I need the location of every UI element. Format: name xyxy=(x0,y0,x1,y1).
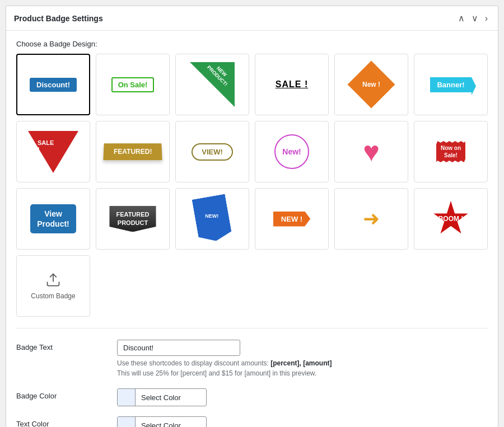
badge-featured-ribbon-label: FEATURED! xyxy=(103,143,162,160)
badge-featured-product[interactable]: FEATUREDPRODUCT xyxy=(96,188,170,250)
badge-color-select-label: Select Color xyxy=(136,393,186,402)
badge-text-input[interactable] xyxy=(117,340,240,356)
shortcodes-hint: [percent], [amount] xyxy=(270,359,332,367)
badge-discount[interactable]: Discount! xyxy=(16,54,90,115)
badge-custom[interactable]: Custom Badge xyxy=(16,255,90,317)
badge-new-product-shape: NEWPRODUCT! xyxy=(190,62,235,107)
badge-view-oval-label: VIEW! xyxy=(192,143,233,161)
badge-view-oval[interactable]: VIEW! xyxy=(175,121,249,182)
badge-arrow-icon: ➜ xyxy=(363,207,380,231)
badge-heart[interactable]: ♥ xyxy=(334,121,408,182)
badge-color-swatch xyxy=(118,389,136,406)
badge-arrow[interactable]: ➜ xyxy=(334,188,408,250)
panel-title: Product Badge Settings xyxy=(14,14,103,23)
form-section: Badge Text Use these shortcodes to displ… xyxy=(16,328,488,427)
badge-new-diamond[interactable]: New ! xyxy=(334,54,408,115)
panel-header: Product Badge Settings ∧ ∨ › xyxy=(6,6,498,31)
text-color-field: Select Color xyxy=(117,416,488,427)
badge-text-field: Use these shortcodes to display discount… xyxy=(117,340,488,378)
collapse-right-button[interactable]: › xyxy=(483,12,490,25)
badge-text-hint: Use these shortcodes to display discount… xyxy=(117,358,488,378)
panel-body: Choose a Badge Design: Discount! On Sale… xyxy=(6,31,498,427)
text-color-button[interactable]: Select Color xyxy=(117,416,207,427)
badge-heart-icon: ♥ xyxy=(363,138,380,166)
badge-color-row: Badge Color Select Color xyxy=(16,388,488,406)
badge-color-button[interactable]: Select Color xyxy=(117,388,207,406)
text-color-select-label: Select Color xyxy=(136,421,186,428)
badge-sale-triangle-shape: SALE ! xyxy=(28,131,78,173)
badge-custom-inner: Custom Badge xyxy=(31,272,75,300)
badge-custom-label: Custom Badge xyxy=(31,292,75,300)
badge-new-arrow-label: NEW ! xyxy=(273,212,310,227)
badge-view-product[interactable]: ViewProduct! xyxy=(16,188,90,250)
badge-new-diamond-text: New ! xyxy=(362,81,380,88)
badge-text-label: Badge Text xyxy=(16,340,117,351)
badge-featured-product-shape: FEATUREDPRODUCT xyxy=(109,206,156,232)
badge-banner[interactable]: Banner! xyxy=(414,54,488,115)
badge-new-circle-text: New! xyxy=(282,147,301,156)
upload-icon xyxy=(45,272,61,288)
badge-sale-triangle-text: SALE ! xyxy=(38,139,54,153)
text-color-swatch xyxy=(118,417,136,427)
badge-onsale-label: On Sale! xyxy=(111,77,155,92)
badge-new-circle-shape: New! xyxy=(274,134,309,169)
badge-banner-label: Banner! xyxy=(430,77,471,92)
badge-sale-text[interactable]: SALE ! xyxy=(255,54,329,115)
badge-new-circle[interactable]: New! xyxy=(255,121,329,182)
badge-now-on-sale[interactable]: Now onSale! xyxy=(414,121,488,182)
badge-featured-ribbon[interactable]: FEATURED! xyxy=(96,121,170,182)
badge-boom-star[interactable]: BOOM ! xyxy=(414,188,488,250)
text-color-label: Text Color xyxy=(16,416,117,427)
badge-text-row: Badge Text Use these shortcodes to displ… xyxy=(16,340,488,378)
text-color-row: Text Color Select Color xyxy=(16,416,488,427)
badge-new-product[interactable]: NEWPRODUCT! xyxy=(175,54,249,115)
panel-controls: ∧ ∨ › xyxy=(456,12,490,25)
badge-now-on-sale-shape: Now onSale! xyxy=(436,141,465,162)
badge-sale-text-label: SALE ! xyxy=(276,79,308,90)
badge-new-ribbon[interactable]: NEW! xyxy=(175,188,249,250)
badge-onsale[interactable]: On Sale! xyxy=(96,54,170,115)
badge-color-field: Select Color xyxy=(117,388,488,406)
badge-discount-label: Discount! xyxy=(30,78,77,92)
badge-grid: Discount! On Sale! NEWPRODUCT! SALE ! Ne… xyxy=(16,54,488,317)
badge-color-label: Badge Color xyxy=(16,388,117,400)
badge-sale-triangle[interactable]: SALE ! xyxy=(16,121,90,182)
product-badge-settings-panel: Product Badge Settings ∧ ∨ › Choose a Ba… xyxy=(6,6,498,427)
badge-new-arrow[interactable]: NEW ! xyxy=(255,188,329,250)
badge-boom-star-shape: BOOM ! xyxy=(433,201,469,237)
badge-new-ribbon-text: NEW! xyxy=(205,213,218,219)
choose-label: Choose a Badge Design: xyxy=(16,40,488,48)
badge-new-diamond-shape: New ! xyxy=(348,61,395,109)
badge-new-ribbon-shape: NEW! xyxy=(192,194,233,243)
collapse-down-button[interactable]: ∨ xyxy=(469,12,480,25)
collapse-up-button[interactable]: ∧ xyxy=(456,12,467,25)
badge-view-product-label: ViewProduct! xyxy=(30,204,76,233)
